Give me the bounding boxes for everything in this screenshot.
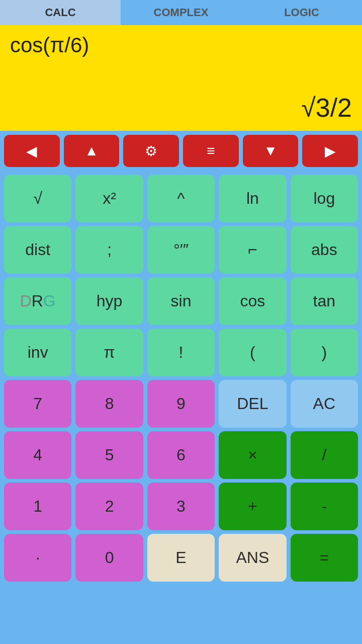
btn-row-2: DRGhypsincostan: [4, 277, 358, 325]
btn-row-6: 123+-: [4, 482, 358, 530]
btn-abs[interactable]: abs: [291, 226, 358, 274]
btn-_[interactable]: ^: [147, 175, 215, 222]
btn-tan[interactable]: tan: [291, 277, 358, 325]
btn-_[interactable]: ·: [4, 534, 71, 582]
btn-_[interactable]: π: [75, 329, 143, 376]
tab-logic[interactable]: LOGIC: [241, 0, 362, 25]
btn-_[interactable]: ⌐: [219, 226, 286, 274]
display-input: cos(π/6): [10, 33, 352, 57]
btn-0[interactable]: 0: [75, 534, 143, 582]
nav-left-arrow[interactable]: ◀: [4, 135, 60, 167]
display: cos(π/6) √3/2: [0, 25, 362, 131]
nav-settings[interactable]: ⚙: [123, 135, 179, 167]
btn-___[interactable]: °′″: [147, 226, 215, 274]
tab-calc[interactable]: CALC: [0, 0, 121, 25]
btn-_[interactable]: +: [219, 482, 286, 530]
btn-E[interactable]: E: [147, 534, 215, 582]
btn-sin[interactable]: sin: [147, 277, 215, 325]
btn-row-1: dist;°′″⌐abs: [4, 226, 358, 274]
btn-row-0: √x²^lnlog: [4, 175, 358, 222]
btn-2[interactable]: 2: [75, 482, 143, 530]
btn-3[interactable]: 3: [147, 482, 215, 530]
btn-row-4: 789DELAC: [4, 380, 358, 428]
btn-5[interactable]: 5: [75, 431, 143, 479]
btn-cos[interactable]: cos: [219, 277, 286, 325]
btn-dist[interactable]: dist: [4, 226, 71, 274]
btn-_[interactable]: (: [219, 329, 286, 376]
btn-DEL[interactable]: DEL: [219, 380, 286, 428]
btn-ln[interactable]: ln: [219, 175, 286, 222]
btn-row-5: 456×/: [4, 431, 358, 479]
btn-9[interactable]: 9: [147, 380, 215, 428]
nav-down-arrow[interactable]: ▼: [243, 135, 299, 167]
btn-7[interactable]: 7: [4, 380, 71, 428]
btn-ANS[interactable]: ANS: [219, 534, 286, 582]
btn-DRG[interactable]: DRG: [4, 277, 71, 325]
btn-_[interactable]: !: [147, 329, 215, 376]
btn-log[interactable]: log: [291, 175, 358, 222]
nav-menu[interactable]: ≡: [183, 135, 239, 167]
btn-_[interactable]: =: [291, 534, 358, 582]
btn-x_[interactable]: x²: [75, 175, 143, 222]
btn-_[interactable]: √: [4, 175, 71, 222]
display-result: √3/2: [10, 93, 352, 123]
btn-inv[interactable]: inv: [4, 329, 71, 376]
btn-6[interactable]: 6: [147, 431, 215, 479]
btn-row-3: invπ!(): [4, 329, 358, 376]
btn-_[interactable]: ;: [75, 226, 143, 274]
btn-8[interactable]: 8: [75, 380, 143, 428]
btn-_[interactable]: -: [291, 482, 358, 530]
btn-hyp[interactable]: hyp: [75, 277, 143, 325]
btn-AC[interactable]: AC: [291, 380, 358, 428]
nav-up-arrow[interactable]: ▲: [64, 135, 120, 167]
nav-row: ◀ ▲ ⚙ ≡ ▼ ▶: [0, 131, 362, 171]
calc-grid: √x²^lnlogdist;°′″⌐absDRGhypsincostaninvπ…: [0, 171, 362, 586]
tab-complex[interactable]: COMPLEX: [121, 0, 241, 25]
btn-4[interactable]: 4: [4, 431, 71, 479]
nav-right-arrow[interactable]: ▶: [302, 135, 358, 167]
btn-row-7: ·0EANS=: [4, 534, 358, 582]
btn-1[interactable]: 1: [4, 482, 71, 530]
btn-_[interactable]: /: [291, 431, 358, 479]
tab-bar: CALC COMPLEX LOGIC: [0, 0, 362, 25]
btn-_[interactable]: ×: [219, 431, 286, 479]
btn-_[interactable]: ): [291, 329, 358, 376]
